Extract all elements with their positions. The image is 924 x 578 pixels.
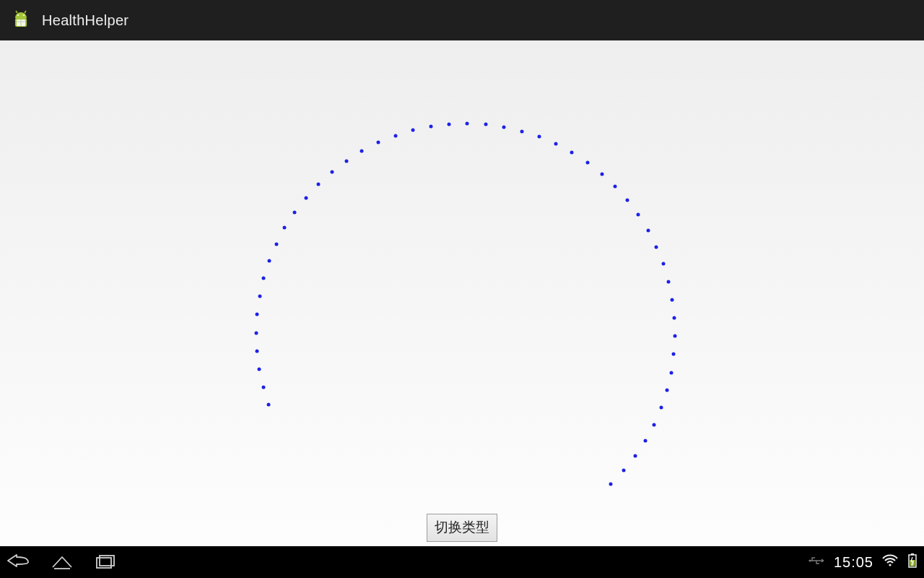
arc-dot	[622, 469, 625, 473]
arc-dot	[652, 423, 655, 426]
arc-dot	[585, 161, 589, 165]
arc-dot	[330, 170, 334, 173]
arc-dot	[554, 142, 558, 146]
action-bar: HealthHelper	[0, 0, 924, 40]
arc-dot	[672, 353, 676, 356]
battery-icon	[907, 553, 918, 571]
arc-dot	[258, 368, 261, 371]
app-title: HealthHelper	[42, 12, 128, 29]
arc-dot	[293, 210, 297, 214]
status-clock[interactable]: 15:05	[834, 554, 873, 571]
arc-dot	[633, 454, 637, 458]
navigation-bar: 15:05	[0, 546, 924, 578]
arc-dot	[502, 125, 505, 129]
svg-rect-7	[97, 558, 111, 568]
arc-dot	[256, 313, 259, 316]
arc-dot	[659, 406, 663, 410]
wifi-icon	[882, 554, 898, 570]
arc-dot	[673, 335, 676, 338]
arc-dot	[570, 151, 574, 155]
arc-dot	[267, 259, 271, 263]
arc-dot	[304, 196, 308, 199]
arc-dot	[637, 213, 640, 217]
svg-line-3	[16, 11, 17, 13]
back-icon[interactable]	[6, 552, 32, 572]
arc-dot	[255, 331, 258, 335]
arc-dot	[520, 129, 523, 133]
arc-dot	[484, 123, 487, 126]
arc-dot	[258, 295, 261, 298]
arc-dot	[274, 242, 278, 246]
app-icon	[7, 7, 35, 34]
svg-point-2	[23, 14, 25, 16]
content-area: 切换类型	[0, 40, 924, 546]
arc-dot	[411, 129, 414, 132]
arc-dot	[537, 135, 541, 139]
usb-icon	[808, 556, 825, 569]
arc-dot	[600, 172, 603, 176]
arc-dot	[262, 277, 266, 280]
arc-dot	[661, 262, 665, 266]
arc-dot	[673, 316, 676, 319]
arc-dot	[609, 482, 613, 486]
arc-dot	[344, 159, 348, 163]
arc-dot	[614, 185, 617, 189]
arc-dot	[466, 122, 469, 126]
arc-dot	[393, 134, 397, 137]
arc-dot	[646, 229, 650, 233]
svg-point-1	[17, 14, 19, 16]
arc-visualization	[0, 40, 924, 546]
svg-rect-12	[911, 553, 914, 555]
arc-dot	[316, 182, 320, 186]
arc-dot	[360, 150, 364, 153]
arc-dot	[665, 389, 668, 392]
arc-dot	[655, 245, 658, 249]
svg-rect-8	[100, 556, 114, 566]
switch-type-button[interactable]: 切换类型	[427, 514, 497, 542]
home-icon[interactable]	[49, 552, 75, 572]
arc-dot	[267, 403, 271, 407]
arc-dot	[671, 298, 674, 301]
svg-point-9	[808, 559, 811, 561]
arc-dot	[669, 371, 673, 374]
arc-dot	[377, 141, 380, 144]
arc-dot	[643, 439, 647, 443]
arc-dot	[447, 122, 450, 126]
arc-dot	[429, 125, 432, 129]
arc-dot	[261, 385, 265, 389]
arc-dot	[283, 226, 287, 230]
recent-apps-icon[interactable]	[92, 552, 118, 572]
svg-line-4	[25, 11, 26, 13]
arc-dot	[626, 199, 629, 202]
arc-dot	[667, 280, 671, 283]
svg-point-10	[889, 564, 891, 566]
arc-dot	[256, 349, 259, 353]
